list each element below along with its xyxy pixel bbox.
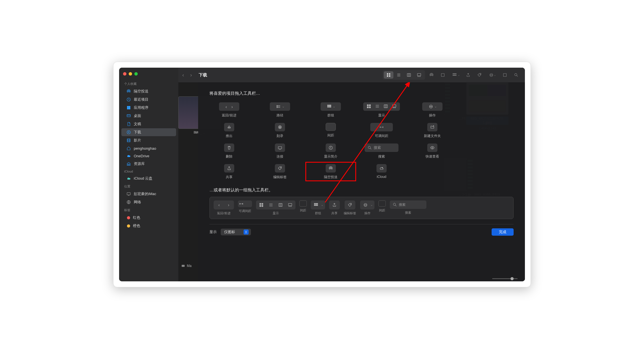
palette-cell-info[interactable]: 显示简介: [311, 143, 351, 159]
default-item-flex-space[interactable]: 可调间距: [238, 200, 252, 213]
svg-point-103: [289, 206, 289, 207]
default-item-search-field[interactable]: 搜索搜索: [390, 200, 426, 215]
sidebar-item-cloud[interactable]: iCloud 云盘: [121, 174, 176, 182]
sidebar-item-clock[interactable]: 最近项目: [121, 96, 176, 103]
sidebar-item-library[interactable]: 资源库: [121, 160, 176, 168]
film-icon: [126, 138, 131, 143]
search-toolbar-button[interactable]: [511, 71, 521, 79]
sidebar-section-title: iCloud: [119, 168, 178, 174]
default-item-share[interactable]: 共享: [329, 200, 340, 215]
airdrop-toolbar-icon[interactable]: [427, 71, 436, 79]
palette-cell-action[interactable]: ⌵操作: [413, 102, 452, 118]
palette-cell-eject[interactable]: 推出: [209, 123, 249, 138]
palette-cell-quicklook[interactable]: 快速查看: [413, 143, 452, 159]
back-button[interactable]: ‹: [182, 72, 184, 78]
palette-cell-path[interactable]: ⌵路径: [260, 102, 300, 118]
palette-cell-search-field[interactable]: 搜索搜索: [362, 143, 401, 159]
palette-cell-trash[interactable]: 删除: [209, 143, 249, 159]
flex-space-item[interactable]: [370, 123, 393, 131]
sidebar-item-tag[interactable]: 红色: [121, 214, 176, 222]
tag-button[interactable]: [275, 164, 285, 173]
path-button[interactable]: ⌵: [270, 102, 290, 111]
close-window-button[interactable]: [123, 72, 126, 76]
sidebar-item-label: 应用程序: [134, 105, 148, 110]
trash-button[interactable]: [224, 143, 234, 152]
svg-point-71: [394, 107, 394, 108]
svg-rect-111: [317, 205, 318, 206]
spacer-box-icon-2: [500, 71, 510, 79]
sidebar-section-title: 个人收藏: [119, 80, 178, 87]
group-toolbar-button[interactable]: ⌵: [449, 71, 462, 79]
sidebar-item-globe[interactable]: 网络: [121, 198, 176, 206]
sidebar-item-film[interactable]: 影片: [121, 136, 176, 144]
show-mode-dropdown[interactable]: 仅图标 ▴▾: [221, 229, 251, 235]
burn-button[interactable]: [275, 123, 285, 131]
path-bar[interactable]: Ma: [181, 264, 192, 268]
default-item-group[interactable]: ⌵群组: [311, 200, 325, 215]
nav-pair-button[interactable]: ‹›: [219, 102, 239, 111]
palette-grid: ‹›返回/前进 ⌵路径 ⌵群组显示 ⌵操作推出刻录间距可调间距新建文件夹删除连接…: [209, 102, 514, 180]
share-button[interactable]: [224, 164, 234, 173]
palette-cell-new-folder[interactable]: 新建文件夹: [413, 123, 452, 138]
svg-rect-2: [127, 106, 129, 108]
sidebar-item-airdrop[interactable]: 隔空投送: [121, 87, 176, 95]
column-view-button[interactable]: [404, 71, 414, 79]
palette-cell-space[interactable]: 间距: [311, 123, 351, 138]
svg-point-90: [382, 167, 383, 168]
palette-cell-burn[interactable]: 刻录: [260, 123, 300, 138]
group-button[interactable]: ⌵: [321, 102, 341, 111]
minimize-window-button[interactable]: [129, 72, 132, 76]
info-button[interactable]: [326, 143, 336, 152]
palette-label: 新建文件夹: [424, 134, 441, 138]
action-button[interactable]: ⌵: [422, 102, 443, 111]
palette-cell-connect[interactable]: 连接: [260, 143, 300, 159]
palette-cell-icloud[interactable]: iCloud: [362, 164, 401, 180]
palette-cell-flex-space[interactable]: 可调间距: [362, 123, 401, 138]
quicklook-button[interactable]: [427, 143, 437, 152]
gallery-view-button[interactable]: [414, 71, 424, 79]
action-toolbar-button[interactable]: ⌵: [486, 71, 498, 79]
airdrop-button[interactable]: [326, 164, 336, 173]
sidebar-item-display[interactable]: 彭宏豪的iMac: [121, 190, 176, 198]
done-button[interactable]: 完成: [492, 228, 514, 236]
palette-cell-view-group[interactable]: 显示: [362, 102, 401, 118]
content-body: IMG_……FE-1.jIMG_48D15D28FA7A-1.jpeg2,484…: [178, 82, 525, 281]
default-item-space[interactable]: 间距: [299, 200, 307, 213]
default-item-nav-pair[interactable]: ‹›返回/前进: [214, 200, 234, 215]
sidebar-item-cloud[interactable]: OneDrive: [121, 152, 176, 160]
icon-view-button[interactable]: [384, 71, 393, 79]
svg-rect-56: [327, 106, 328, 107]
sheet-footer: 显示 仅图标 ▴▾ 完成: [209, 224, 514, 241]
default-item-view-group[interactable]: 显示: [256, 200, 295, 215]
connect-button[interactable]: [275, 143, 285, 152]
icloud-button[interactable]: [376, 164, 387, 173]
default-toolbar-set[interactable]: ‹›返回/前进可调间距显示间距⌵群组共享编辑标签⌵操作间距搜索搜索: [209, 197, 514, 219]
svg-point-45: [515, 74, 517, 76]
eject-button[interactable]: [224, 123, 234, 131]
palette-cell-airdrop[interactable]: 隔空投送: [311, 164, 351, 180]
palette-cell-tag[interactable]: 编辑标签: [260, 164, 300, 180]
palette-cell-share[interactable]: 共享: [209, 164, 249, 180]
sidebar-item-home[interactable]: penghonghao: [121, 145, 176, 152]
sidebar-item-tag[interactable]: 橙色: [121, 222, 176, 230]
tag-toolbar-button[interactable]: [475, 71, 484, 79]
list-view-button[interactable]: [394, 71, 404, 79]
default-item-tag[interactable]: 编辑标签: [344, 200, 356, 215]
sidebar-item-desktop[interactable]: 桌面: [121, 112, 176, 120]
palette-cell-group[interactable]: ⌵群组: [311, 102, 351, 118]
view-group-button[interactable]: [363, 102, 400, 111]
palette-cell-nav-pair[interactable]: ‹›返回/前进: [209, 102, 249, 118]
customize-heading: 将喜爱的项目拖入工具栏…: [209, 91, 514, 96]
maximize-window-button[interactable]: [134, 72, 138, 76]
zoom-slider[interactable]: [492, 278, 518, 279]
forward-button[interactable]: ›: [190, 72, 192, 78]
default-item-space[interactable]: 间距: [378, 200, 386, 213]
space-item[interactable]: [326, 123, 336, 131]
share-toolbar-button[interactable]: [463, 71, 473, 79]
new-folder-button[interactable]: [427, 123, 437, 131]
default-item-action[interactable]: ⌵操作: [360, 200, 374, 215]
sidebar-item-apps[interactable]: 应用程序: [121, 104, 176, 112]
sidebar-item-download[interactable]: 下载: [121, 128, 176, 136]
sidebar-item-doc[interactable]: 文稿: [121, 120, 176, 128]
search-field-item[interactable]: 搜索: [365, 143, 398, 152]
